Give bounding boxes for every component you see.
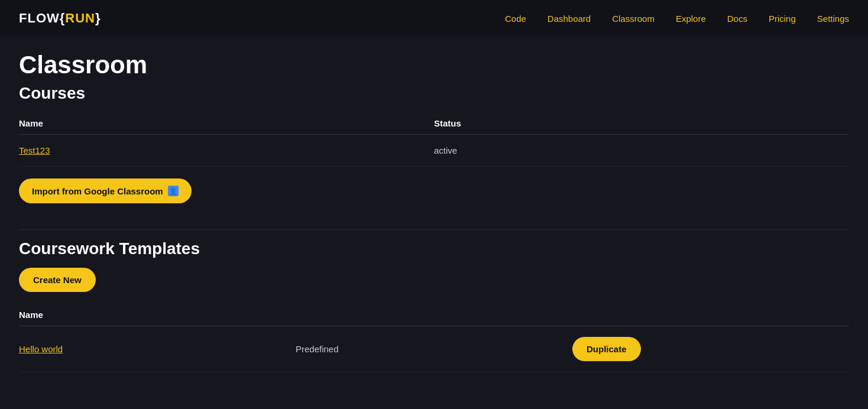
- nav-pricing[interactable]: Pricing: [769, 14, 796, 24]
- section-divider: [19, 229, 849, 230]
- courses-table-header: Name Status: [19, 112, 849, 135]
- logo: FLOW{RUN}: [19, 11, 101, 26]
- coursework-col-name: Name: [19, 310, 296, 320]
- nav-dashboard[interactable]: Dashboard: [548, 14, 591, 24]
- coursework-col-actions: [572, 310, 849, 320]
- nav-docs[interactable]: Docs: [727, 14, 747, 24]
- nav-explore[interactable]: Explore: [676, 14, 706, 24]
- template-name-link[interactable]: Hello world: [19, 344, 63, 354]
- courses-col-name: Name: [19, 118, 434, 128]
- duplicate-button[interactable]: Duplicate: [572, 337, 641, 361]
- coursework-templates-title: Coursework Templates: [19, 239, 849, 258]
- courses-table: Name Status Test123 active: [19, 112, 849, 167]
- courses-col-status: Status: [434, 118, 849, 128]
- logo-flow: FLOW: [19, 11, 60, 25]
- courses-section-title: Courses: [19, 84, 849, 103]
- import-button-label: Import from Google Classroom: [32, 186, 163, 196]
- main-content: Classroom Courses Name Status Test123 ac…: [0, 37, 868, 398]
- coursework-templates-section: Coursework Templates Create New Name Hel…: [19, 239, 849, 372]
- course-name-cell: Test123: [19, 145, 434, 155]
- import-google-classroom-button[interactable]: Import from Google Classroom: [19, 178, 192, 203]
- table-row: Hello world Predefined Duplicate: [19, 326, 849, 372]
- nav-classroom[interactable]: Classroom: [612, 14, 655, 24]
- header: FLOW{RUN} Code Dashboard Classroom Explo…: [0, 0, 868, 37]
- course-name-link[interactable]: Test123: [19, 145, 50, 155]
- coursework-col-type: [296, 310, 572, 320]
- logo-close-brace: }: [95, 11, 101, 25]
- logo-run: RUN: [65, 11, 95, 25]
- logo-open-brace: {: [60, 11, 66, 25]
- nav-code[interactable]: Code: [505, 14, 526, 24]
- course-status-cell: active: [434, 145, 849, 155]
- template-type-cell: Predefined: [296, 344, 572, 354]
- create-new-button[interactable]: Create New: [19, 268, 96, 292]
- coursework-table-header: Name: [19, 304, 849, 326]
- table-row: Test123 active: [19, 135, 849, 167]
- google-classroom-icon: [168, 186, 179, 196]
- coursework-templates-table: Name Hello world Predefined Duplicate: [19, 304, 849, 372]
- main-nav: Code Dashboard Classroom Explore Docs Pr…: [505, 14, 849, 24]
- template-actions-cell: Duplicate: [572, 337, 849, 361]
- nav-settings[interactable]: Settings: [817, 14, 849, 24]
- template-name-cell: Hello world: [19, 344, 296, 354]
- page-title: Classroom: [19, 51, 849, 79]
- courses-section: Courses Name Status Test123 active Impor…: [19, 84, 849, 218]
